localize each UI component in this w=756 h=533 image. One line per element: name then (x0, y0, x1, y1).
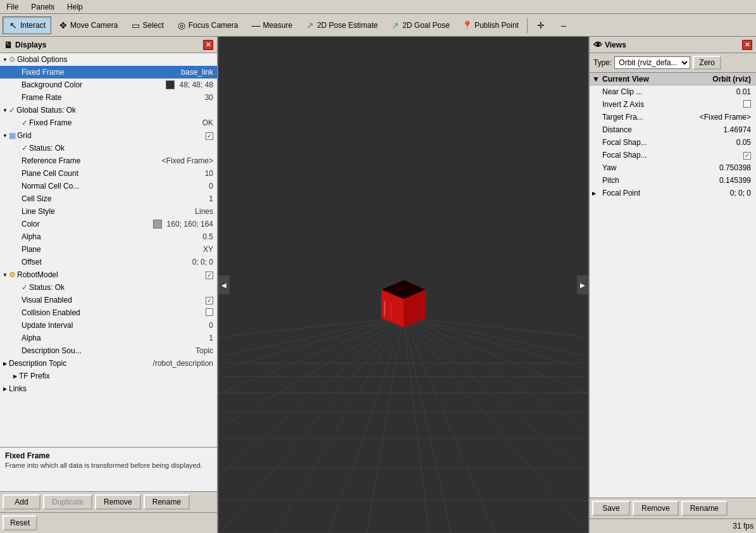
robot-model-enabled-checkbox[interactable] (206, 272, 213, 279)
reference-frame-row[interactable]: Reference Frame <Fixed Frame> (0, 154, 217, 167)
robot-status-row[interactable]: ✓ Status: Ok (0, 281, 217, 294)
tf-prefix-arrow[interactable]: ▶ (11, 372, 19, 380)
bottom-buttons: Add Duplicate Remove Rename (0, 491, 217, 512)
desc-topic-arrow[interactable]: ▶ (1, 360, 9, 367)
color-row[interactable]: Color 160; 160; 164 (0, 218, 217, 230)
displays-close-button[interactable]: ✕ (203, 40, 213, 50)
measure-button[interactable]: — Measure (245, 16, 298, 34)
minimize-button[interactable]: – (553, 16, 574, 34)
focus-camera-button[interactable]: ◎ Focus Camera (171, 16, 244, 34)
interact-button[interactable]: ↖ Interact (3, 16, 51, 34)
fixed-frame-row[interactable]: Fixed Frame base_link (0, 66, 217, 78)
plane-row[interactable]: Plane XY (0, 243, 217, 256)
cell-size-label: Cell Size (22, 194, 209, 203)
cursor-icon: ↖ (8, 20, 18, 30)
grid-arrow[interactable]: ▼ (1, 132, 9, 139)
viewport-arrow-left[interactable]: ◀ (218, 275, 230, 294)
robot-model-checkbox[interactable] (206, 270, 216, 279)
menu-panels[interactable]: Panels (27, 1, 58, 13)
robot-model-row[interactable]: ▼ ⚙ RobotModel (0, 268, 217, 281)
update-interval-row[interactable]: Update Interval 0 (0, 319, 217, 332)
background-color-label: Background Color (22, 80, 166, 89)
cell-size-row[interactable]: Cell Size 1 (0, 192, 217, 205)
line-style-row[interactable]: Line Style Lines (0, 205, 217, 218)
tf-prefix-row[interactable]: ▶ TF Prefix (0, 370, 217, 382)
visual-enabled-checkbox[interactable] (206, 297, 213, 304)
collision-enabled-value[interactable] (206, 308, 216, 318)
2d-pose-estimate-button[interactable]: ↗ 2D Pose Estimate (299, 16, 383, 34)
move-camera-button[interactable]: ✥ Move Camera (53, 16, 123, 34)
invert-z-label: Invert Z Axis (602, 100, 743, 109)
alpha-row[interactable]: Alpha 0.5 (0, 230, 217, 243)
global-options-arrow[interactable]: ▼ (1, 56, 9, 63)
frame-rate-row[interactable]: Frame Rate 30 (0, 91, 217, 104)
viewport-arrow-right[interactable]: ▶ (577, 275, 588, 294)
links-row[interactable]: ▶ Links (0, 382, 217, 395)
near-clip-row[interactable]: Near Clip ... 0.01 (590, 85, 756, 98)
3d-viewport[interactable]: ◀ ▶ (218, 37, 588, 533)
displays-panel-header: 🖥 Displays ✕ (0, 37, 217, 53)
desc-source-row[interactable]: Description Sou... Topic (0, 344, 217, 357)
global-status-row[interactable]: ▼ ✓ Global Status: Ok (0, 104, 217, 116)
visual-enabled-value[interactable] (206, 296, 216, 304)
robot-model-icon: ⚙ (9, 270, 16, 279)
global-options-icon: ⚙ (9, 55, 16, 64)
near-clip-label: Near Clip ... (602, 87, 736, 96)
yaw-row[interactable]: Yaw 0.750398 (590, 161, 756, 174)
robot-alpha-row[interactable]: Alpha 1 (0, 332, 217, 344)
select-button[interactable]: ▭ Select (125, 16, 169, 34)
views-rename-button[interactable]: Rename (681, 501, 728, 516)
global-options-row[interactable]: ▼ ⚙ Global Options (0, 53, 217, 66)
views-zero-button[interactable]: Zero (693, 56, 721, 70)
menu-help[interactable]: Help (63, 1, 87, 13)
focal-shape2-checkbox[interactable] (743, 152, 751, 160)
add-button[interactable]: Add (3, 494, 40, 510)
collision-enabled-row[interactable]: Collision Enabled (0, 306, 217, 319)
reset-button[interactable]: Reset (3, 515, 37, 530)
duplicate-button[interactable]: Duplicate (43, 494, 92, 510)
focal-point-row[interactable]: ▶ Focal Point 0; 0; 0 (590, 187, 756, 199)
menu-file[interactable]: File (3, 1, 22, 13)
robot-status-label: Status: Ok (29, 283, 216, 292)
plane-cell-count-row[interactable]: Plane Cell Count 10 (0, 167, 217, 180)
check-icon: ✓ (9, 106, 15, 115)
focal-shape2-row[interactable]: Focal Shap... (590, 149, 756, 161)
line-style-label: Line Style (22, 207, 195, 216)
pitch-row[interactable]: Pitch 0.145399 (590, 174, 756, 187)
publish-point-button[interactable]: 📍 Publish Point (457, 16, 524, 34)
links-arrow[interactable]: ▶ (1, 385, 9, 392)
offset-row[interactable]: Offset 0; 0; 0 (0, 256, 217, 268)
global-status-arrow[interactable]: ▼ (1, 106, 9, 114)
background-color-row[interactable]: Background Color 48; 48; 48 (0, 78, 217, 91)
invert-z-value[interactable] (743, 100, 753, 110)
grid-row[interactable]: ▼ ▦ Grid (0, 129, 217, 142)
visual-enabled-row[interactable]: Visual Enabled (0, 294, 217, 306)
publish-icon: 📍 (462, 20, 473, 30)
desc-topic-row[interactable]: ▶ Description Topic /robot_description (0, 357, 217, 370)
fixed-frame-ok-row[interactable]: ✓ Fixed Frame OK (0, 116, 217, 129)
grid-status-row[interactable]: ✓ Status: Ok (0, 142, 217, 154)
robot-alpha-value: 1 (209, 334, 216, 342)
remove-button[interactable]: Remove (95, 494, 141, 510)
add-display-button[interactable]: ✛ (530, 16, 552, 34)
views-type-select[interactable]: Orbit (rviz_defa... (614, 56, 690, 69)
focal-shape1-row[interactable]: Focal Shap... 0.05 (590, 136, 756, 149)
grid-checkbox[interactable] (206, 131, 216, 140)
rename-button[interactable]: Rename (144, 494, 190, 510)
invert-z-row[interactable]: Invert Z Axis (590, 98, 756, 111)
views-remove-button[interactable]: Remove (633, 501, 679, 516)
views-close-button[interactable]: ✕ (742, 40, 752, 50)
target-frame-row[interactable]: Target Fra... <Fixed Frame> (590, 111, 756, 123)
focal-shape2-value[interactable] (743, 151, 753, 160)
normal-cell-count-row[interactable]: Normal Cell Co... 0 (0, 180, 217, 192)
2d-goal-pose-button[interactable]: ↗ 2D Goal Pose (385, 16, 455, 34)
frame-rate-label: Frame Rate (22, 93, 205, 102)
distance-row[interactable]: Distance 1.46974 (590, 123, 756, 136)
views-panel-title: 👁 Views (593, 40, 626, 50)
reference-frame-value: <Fixed Frame> (162, 156, 216, 165)
collision-enabled-checkbox[interactable] (206, 308, 213, 316)
views-save-button[interactable]: Save (592, 501, 630, 516)
grid-enabled-checkbox[interactable] (206, 132, 213, 140)
robot-model-arrow[interactable]: ▼ (1, 271, 9, 279)
invert-z-checkbox[interactable] (743, 100, 751, 108)
